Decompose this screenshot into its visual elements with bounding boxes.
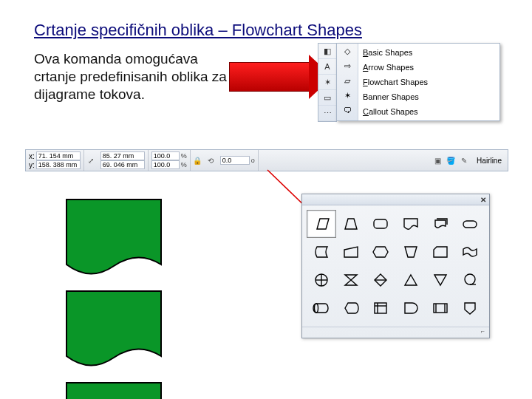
hairline-label: Hairline xyxy=(471,157,508,165)
svg-rect-10 xyxy=(375,303,386,313)
scale-cell: 100.0% 100.0% xyxy=(149,150,191,171)
outline-icon[interactable]: ✎ xyxy=(457,150,471,171)
menu-label: Banner Shapes xyxy=(363,92,419,101)
shape-direct-access[interactable] xyxy=(307,294,336,322)
rotation-icon: ⟲ xyxy=(204,150,217,171)
shape-card[interactable] xyxy=(426,238,455,266)
resize-grip-icon[interactable]: ⌐ xyxy=(481,327,485,338)
position-cell: x:71. 154 mm y:158. 388 mm xyxy=(26,150,84,171)
svg-point-9 xyxy=(315,304,318,313)
scale-x-input[interactable]: 100.0 xyxy=(151,151,180,160)
shape-punched-tape[interactable] xyxy=(455,238,485,266)
lock-icon[interactable]: 🔒 xyxy=(191,150,204,171)
highlight-arrow xyxy=(229,56,332,96)
shape-delay[interactable] xyxy=(396,294,426,322)
menu-item-callout-shapes[interactable]: Callout Shapes xyxy=(358,104,499,119)
scale-y-input[interactable]: 100.0 xyxy=(151,160,180,169)
shape-terminator[interactable] xyxy=(455,210,485,238)
shape-connector-off[interactable] xyxy=(455,294,485,322)
shape-manual-input[interactable] xyxy=(336,238,366,266)
shape-trapezoid[interactable] xyxy=(336,210,366,238)
shape-stored-data[interactable] xyxy=(307,238,336,266)
height-input[interactable]: 69. 046 mm xyxy=(100,160,145,169)
percent-label: % xyxy=(181,152,187,160)
size-cell: 85. 27 mm 69. 046 mm xyxy=(98,150,149,171)
toolbar-btn[interactable]: ▭ xyxy=(318,90,336,106)
shape-extract[interactable] xyxy=(396,266,426,294)
y-input[interactable]: 158. 388 mm xyxy=(36,160,81,169)
menu-label: rrow Shapes xyxy=(368,63,414,72)
degree-label: o xyxy=(251,157,255,164)
width-input[interactable]: 85. 27 mm xyxy=(100,151,145,160)
close-icon[interactable]: ✕ xyxy=(480,196,486,204)
shape-display[interactable] xyxy=(336,294,366,322)
flowchart-document-shape xyxy=(65,290,164,378)
angle-input[interactable]: 0.0 xyxy=(220,156,250,165)
menu-label: allout Shapes xyxy=(369,107,418,116)
menu-item-banner-shapes[interactable]: Banner Shapes xyxy=(358,89,499,104)
toolbar-btn[interactable]: ✶ xyxy=(318,75,336,90)
x-input[interactable]: 71. 154 mm xyxy=(36,151,81,160)
palette-grid xyxy=(302,205,489,327)
shape-parallelogram[interactable] xyxy=(307,210,336,238)
shape-seq-access[interactable] xyxy=(455,266,485,294)
menu-label: lowchart Shapes xyxy=(368,78,428,86)
palette-titlebar: ✕ xyxy=(302,194,489,205)
menu-item-arrow-shapes[interactable]: Arrow Shapes xyxy=(358,60,499,75)
layer-icon[interactable]: ▣ xyxy=(431,150,444,171)
basic-shapes-icon: ◇ xyxy=(337,44,358,58)
flowchart-document-shape xyxy=(65,381,164,399)
shape-multidoc[interactable] xyxy=(426,210,455,238)
angle-cell: 0.0o xyxy=(217,150,259,171)
y-label: y: xyxy=(29,161,35,169)
menu-item-flowchart-shapes[interactable]: Flowchart Shapes xyxy=(358,75,499,89)
shape-merge[interactable] xyxy=(426,266,455,294)
paintbucket-icon[interactable]: 🪣 xyxy=(444,150,457,171)
shape-internal-storage[interactable] xyxy=(366,294,395,322)
flowchart-palette: ✕ ⌐ xyxy=(301,194,490,338)
example-shapes-stack xyxy=(65,198,198,301)
palette-footer: ⌐ xyxy=(302,327,489,338)
shape-sort[interactable] xyxy=(366,266,395,294)
banner-shapes-icon: ✶ xyxy=(337,88,358,103)
toolbar-btn[interactable]: ◧ xyxy=(318,44,336,59)
flowchart-shapes-icon: ▱ xyxy=(337,73,358,88)
shape-collate[interactable] xyxy=(336,266,366,294)
svg-rect-1 xyxy=(374,219,387,228)
toolbar-btn[interactable]: A xyxy=(318,59,336,75)
status-bar: x:71. 154 mm y:158. 388 mm ⤢ 85. 27 mm 6… xyxy=(25,149,508,171)
shape-roundrect[interactable] xyxy=(366,210,395,238)
svg-point-7 xyxy=(465,274,475,284)
toolbar-btn[interactable]: ⋯ xyxy=(318,106,336,121)
shape-manual-op[interactable] xyxy=(396,238,426,266)
percent-label: % xyxy=(181,161,187,168)
description-text: Ova komanda omogućava crtanje predefinis… xyxy=(34,50,233,103)
callout-shapes-icon: 🗨 xyxy=(337,103,358,117)
menu-label: asic Shapes xyxy=(368,48,412,57)
page-title: Crtanje specifičnih oblika – Flowchart S… xyxy=(34,21,362,40)
menu-item-basic-shapes[interactable]: Basic Shapes xyxy=(358,45,499,60)
shape-preparation[interactable] xyxy=(366,238,395,266)
flowchart-document-shape xyxy=(65,198,164,287)
svg-rect-2 xyxy=(463,221,477,228)
arrow-shapes-icon: ⇨ xyxy=(337,58,358,73)
shapes-menu: ◇ ⇨ ▱ ✶ 🗨 Basic Shapes Arrow Shapes Flow… xyxy=(336,43,500,121)
mini-toolbar: ◧ A ✶ ▭ ⋯ xyxy=(318,43,337,122)
shape-document[interactable] xyxy=(396,210,426,238)
shapes-menu-icons: ◇ ⇨ ▱ ✶ 🗨 xyxy=(337,44,358,120)
shape-predefined[interactable] xyxy=(426,294,455,322)
x-label: x: xyxy=(29,152,35,160)
shape-summing[interactable] xyxy=(307,266,336,294)
dimension-icon: ⤢ xyxy=(84,150,98,171)
